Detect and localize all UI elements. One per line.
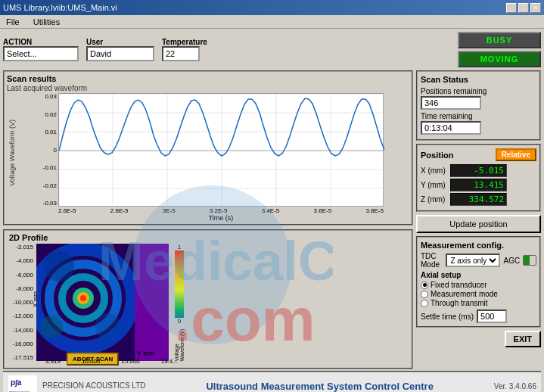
settle-row: Settle time (ms)	[421, 310, 536, 323]
profile-ytick-7: -16,000	[7, 341, 33, 347]
tdc-row: TDC Mode Z axis only AGC	[421, 252, 536, 269]
ytick-5: -0.02	[37, 182, 57, 189]
radio-through-row[interactable]: Through transmit	[421, 299, 536, 307]
relative-button[interactable]: Relative	[496, 148, 536, 161]
menu-file[interactable]: File	[3, 17, 23, 26]
profile-ytick-6: -14,000	[7, 327, 33, 334]
position-box: Position Relative X (mm) -5.015 Y (mm) 1…	[416, 144, 541, 212]
radio-fixed-row[interactable]: Fixed transducer	[421, 281, 536, 289]
settle-label: Settle time (ms)	[421, 313, 474, 321]
settle-input[interactable]	[477, 310, 507, 323]
svg-point-20	[80, 295, 86, 301]
radio-measurement[interactable]	[421, 291, 428, 298]
y-position-row: Y (mm) 13.415	[421, 179, 536, 191]
tdc-label: TDC Mode	[421, 252, 443, 269]
left-panel: Scan results Last acquired waveform Volt…	[3, 70, 413, 369]
colorbar	[173, 250, 185, 318]
svg-rect-21	[135, 244, 169, 361]
logo-area: p∫a PRECISION PRECISION ACOUSTICS LTD	[8, 375, 146, 392]
profile-ytick-8: -17.515	[7, 354, 33, 361]
radio-fixed[interactable]	[421, 282, 428, 289]
scan-status-box: Scan Status Positions remaining 346 Time…	[416, 70, 541, 141]
radio-measurement-row[interactable]: Measurement mode	[421, 290, 536, 298]
radio-through[interactable]	[421, 300, 428, 307]
time-label: Time remaining	[421, 112, 473, 120]
svg-point-24	[40, 316, 63, 338]
user-group: User	[86, 38, 154, 61]
profile-xtick-2: 15.000	[121, 358, 139, 365]
profile-box: 2D Profile -2.015 -4,000 -6,000 -8,000 -…	[3, 229, 413, 369]
x-pos-value: -5.015	[450, 164, 507, 177]
time-value: 0:13:04	[421, 121, 481, 135]
action-group: ACTION	[3, 38, 79, 61]
xtick-5: 3.6E-5	[314, 207, 332, 214]
svg-point-23	[95, 313, 122, 341]
y-axis-label: Voltage Waveform (V)	[8, 120, 16, 186]
profile-ytick-2: -6,000	[7, 272, 33, 278]
ytick-1: 0.02	[37, 111, 57, 118]
footer: p∫a PRECISION PRECISION ACOUSTICS LTD Ul…	[3, 371, 541, 392]
x-position-row: X (mm) -5.015	[421, 164, 536, 177]
exit-button[interactable]: EXIT	[505, 331, 541, 347]
ytick-0: 0.03	[37, 93, 57, 100]
waveform-chart	[58, 93, 384, 207]
profile-ytick-3: -8,000	[7, 285, 33, 292]
xtick-0: 2.6E-5	[58, 207, 76, 214]
tdc-select[interactable]: Z axis only	[446, 254, 500, 267]
svg-text:p∫a: p∫a	[11, 378, 22, 387]
profile-ytick-5: -12,000	[7, 313, 33, 319]
temp-group: Temperature	[162, 38, 207, 61]
positions-value: 346	[421, 96, 481, 110]
profile-title: 2D Profile	[9, 233, 48, 242]
scan-results-title: Scan results	[7, 74, 409, 83]
action-input[interactable]	[3, 46, 79, 61]
profile-xtick-0: 3.919	[45, 358, 61, 365]
scan-results-box: Scan results Last acquired waveform Volt…	[3, 70, 413, 226]
z-position-row: Z (mm) 334.572	[421, 193, 536, 206]
menubar: File Utilities	[0, 15, 544, 29]
menu-utilities[interactable]: Utilities	[30, 17, 63, 26]
profile-ytick-1: -4,000	[7, 257, 33, 264]
agc-toggle[interactable]	[523, 255, 536, 266]
axial-setup-label: Axial setup	[421, 271, 536, 279]
title-text: UMS Library.lviib:UMS_Main.vi	[3, 3, 117, 12]
update-position-button[interactable]: Update position	[416, 215, 541, 233]
company-text: PRECISION ACOUSTICS LTD	[42, 381, 146, 390]
xtick-3: 3.2E-5	[210, 207, 228, 214]
pa-logo: p∫a PRECISION	[8, 375, 38, 392]
footer-title: Ultrasound Measurement System Control Ce…	[152, 381, 488, 392]
company-name: PRECISION ACOUSTICS LTD	[42, 381, 146, 390]
minimize-button[interactable]: _	[506, 3, 517, 13]
temp-label: Temperature	[162, 38, 207, 46]
ytick-3: 0	[37, 147, 57, 154]
position-title: Position	[421, 151, 453, 160]
user-label: User	[86, 38, 154, 46]
version-text: Ver. 3.4.0.66	[494, 382, 536, 390]
busy-button[interactable]: BUSY	[458, 32, 541, 48]
svg-rect-25	[175, 250, 184, 318]
main-content: ACTION User Temperature BUSY MOVING Scan…	[0, 29, 544, 392]
y-pos-value: 13.415	[450, 179, 507, 191]
svg-point-22	[44, 251, 74, 282]
colorbar-label: Voltage Waveform (V)	[174, 326, 185, 361]
z-pos-label: Z (mm)	[421, 195, 447, 204]
right-controls: Scan Status Positions remaining 346 Time…	[416, 70, 541, 369]
positions-remaining-row: Positions remaining 346	[421, 86, 536, 110]
moving-button[interactable]: MOVING	[458, 51, 541, 67]
close-button[interactable]: ×	[530, 3, 541, 13]
z-pos-value: 334.572	[450, 193, 507, 206]
profile-image	[36, 244, 169, 361]
ytick-4: -0.01	[37, 164, 57, 171]
user-input[interactable]	[86, 46, 154, 61]
middle-row: Scan results Last acquired waveform Volt…	[3, 70, 541, 369]
ytick-6: -0.03	[37, 200, 57, 207]
waveform-label: Last acquired waveform	[7, 84, 409, 92]
profile-xtick-3: 19.4...	[161, 358, 178, 365]
xtick-2: 3E-5	[163, 207, 176, 214]
maximize-button[interactable]: □	[518, 3, 529, 13]
time-remaining-row: Time remaining 0:13:04	[421, 111, 536, 135]
colorbar-min: 0	[178, 318, 181, 325]
xtick-4: 3.4E-5	[262, 207, 280, 214]
xtick-1: 2.8E-5	[110, 207, 129, 214]
temp-input[interactable]	[162, 46, 200, 61]
